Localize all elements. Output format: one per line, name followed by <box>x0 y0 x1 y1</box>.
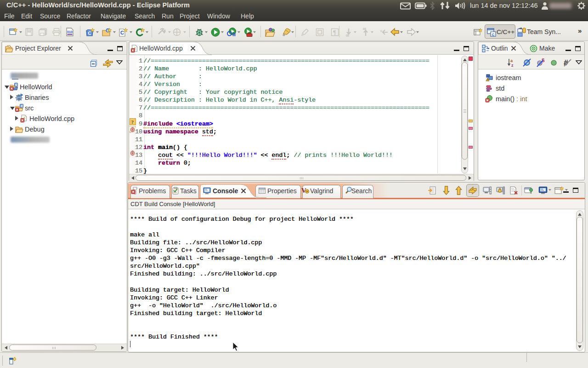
svg-text:!: ! <box>487 78 488 81</box>
svg-text:a: a <box>510 58 513 63</box>
svg-text:¶: ¶ <box>333 29 336 36</box>
svg-text:?: ? <box>131 119 134 125</box>
svg-text:010: 010 <box>67 30 73 34</box>
svg-text:C: C <box>15 83 17 86</box>
svg-text:10: 10 <box>17 94 20 97</box>
svg-text:C: C <box>88 31 91 36</box>
svg-text:C: C <box>492 33 495 37</box>
svg-text:z: z <box>511 63 514 67</box>
svg-text:C: C <box>21 104 23 108</box>
svg-text:01: 01 <box>18 98 21 100</box>
svg-text:C: C <box>120 30 124 35</box>
